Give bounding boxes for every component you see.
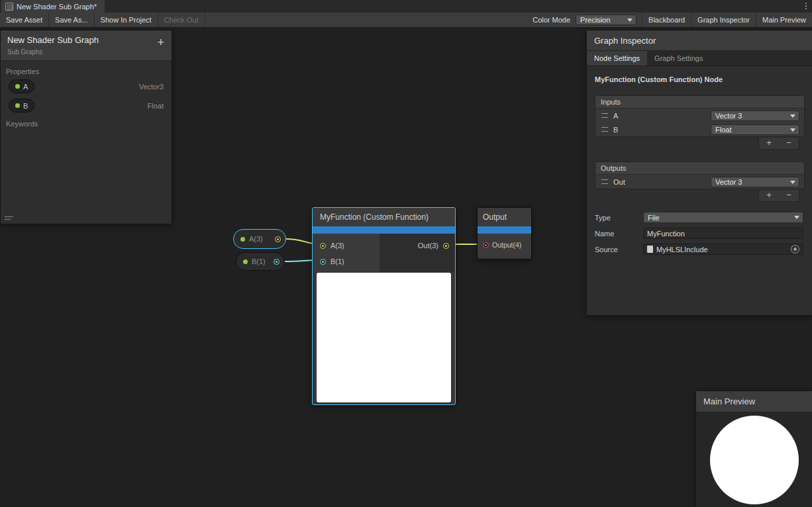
input-row-b[interactable]: B Float (595, 122, 804, 136)
node-input-label-b: B(1) (330, 257, 344, 265)
shader-graph-asset-icon (5, 3, 13, 11)
properties-section-label: Properties (1, 61, 172, 77)
property-a-output-port[interactable] (275, 236, 281, 242)
name-field-row: Name MyFunction (595, 227, 803, 240)
exposed-property-dot-icon (15, 84, 20, 89)
node-input-port-a[interactable] (320, 243, 326, 249)
color-mode-dropdown[interactable]: Precision (576, 15, 636, 25)
add-property-button[interactable]: + (157, 36, 164, 48)
function-name-input[interactable]: MyFunction (643, 228, 803, 239)
property-pill-b[interactable]: B (9, 99, 34, 113)
drag-handle-icon[interactable] (601, 113, 608, 118)
exposed-property-dot-icon (240, 237, 245, 242)
main-preview-header[interactable]: Main Preview (696, 391, 812, 412)
node-title-bar[interactable]: MyFunction (Custom Function) (313, 208, 455, 226)
shader-graph-window: New Shader Sub Graph* Save Asset Save As… (0, 0, 812, 507)
dropdown-value: Vector 3 (715, 112, 742, 120)
node-port-section: A(3) B(1) Out(3) (313, 234, 455, 272)
output-row-out[interactable]: Out Vector 3 (595, 175, 804, 189)
add-input-button[interactable]: + (759, 138, 779, 149)
property-b-output-port[interactable] (274, 259, 279, 265)
source-label: Source (595, 246, 643, 254)
node-output-port[interactable] (443, 243, 449, 249)
output-port-label: Output(4) (492, 241, 521, 249)
graph-inspector-header[interactable]: Graph Inspector (587, 30, 812, 51)
property-type: Float (148, 102, 164, 110)
save-asset-button[interactable]: Save Asset (0, 13, 49, 27)
name-label: Name (595, 230, 643, 238)
blackboard-header[interactable]: New Shader Sub Graph Sub Graphs + (1, 30, 172, 61)
property-name: A (23, 83, 28, 91)
blackboard-property-row[interactable]: A Vector3 (1, 77, 172, 96)
dropdown-value: Float (715, 126, 731, 134)
hlsl-file-icon (647, 246, 653, 253)
exposed-property-dot-icon (243, 259, 248, 264)
output-node-title: Output (483, 212, 507, 222)
node-title: MyFunction (Custom Function) (320, 212, 429, 222)
inputs-list-footer: + − (587, 137, 799, 150)
color-mode-label: Color Mode (527, 13, 576, 27)
graph-inspector-toggle-button[interactable]: Graph Inspector (691, 13, 756, 27)
tab-strip: New Shader Sub Graph* (0, 0, 812, 13)
main-preview-panel: Main Preview (695, 391, 812, 507)
tab-new-shader-sub-graph[interactable]: New Shader Sub Graph* (1, 0, 105, 13)
node-preview-surface[interactable] (317, 273, 451, 402)
source-field-row: Source MyHLSLInclude (595, 243, 803, 255)
blackboard-subtitle: Sub Graphs (7, 48, 165, 56)
resize-grip-icon[interactable] (5, 214, 13, 220)
graph-inspector-title: Graph Inspector (594, 36, 656, 46)
node-input-port-b[interactable] (320, 259, 326, 265)
remove-output-button[interactable]: − (779, 190, 799, 201)
check-out-button: Check Out (158, 13, 205, 27)
property-node-a[interactable]: A(3) (233, 229, 286, 249)
remove-input-button[interactable]: − (779, 138, 799, 149)
source-object-value: MyHLSLInclude (656, 246, 708, 254)
outputs-list-footer: + − (587, 189, 799, 202)
blackboard-panel: New Shader Sub Graph Sub Graphs + Proper… (0, 30, 172, 224)
output-type-dropdown[interactable]: Vector 3 (711, 177, 799, 187)
drag-handle-icon[interactable] (601, 127, 608, 132)
inspector-tab-bar: Node Settings Graph Settings (587, 51, 812, 66)
blackboard-property-row[interactable]: B Float (1, 96, 172, 115)
output-port-background (380, 234, 455, 272)
input-row-a[interactable]: A Vector 3 (595, 109, 804, 122)
type-label: Type (595, 214, 643, 222)
blackboard-toggle-button[interactable]: Blackboard (642, 13, 691, 27)
tab-node-settings[interactable]: Node Settings (587, 51, 647, 66)
toolbar: Save Asset Save As... Show In Project Ch… (0, 13, 812, 28)
custom-function-node[interactable]: MyFunction (Custom Function) A(3) B(1) O… (312, 207, 456, 405)
output-node-title-bar[interactable]: Output (478, 208, 531, 226)
main-preview-viewport[interactable] (696, 412, 812, 507)
output-row-name: Out (613, 178, 625, 186)
exposed-property-dot-icon (15, 103, 20, 108)
property-node-b[interactable]: B(1) (236, 252, 285, 271)
node-output-label: Out(3) (418, 242, 438, 250)
input-port-background (313, 234, 380, 272)
inputs-list: Inputs A Vector 3 B Float (595, 95, 805, 137)
output-node[interactable]: Output Output(4) (477, 207, 532, 259)
input-a-type-dropdown[interactable]: Vector 3 (711, 111, 799, 121)
kebab-menu-icon[interactable] (805, 3, 807, 9)
save-as-button[interactable]: Save As... (49, 13, 95, 27)
output-node-port-section: Output(4) (478, 234, 531, 257)
outputs-header-label: Outputs (601, 164, 627, 172)
inputs-header-label: Inputs (601, 98, 621, 106)
keywords-section-label: Keywords (1, 115, 172, 129)
input-row-name: B (613, 126, 618, 134)
graph-inspector-panel: Graph Inspector Node Settings Graph Sett… (586, 30, 812, 316)
type-dropdown[interactable]: File (643, 212, 803, 223)
input-row-name: A (613, 112, 618, 120)
show-in-project-button[interactable]: Show In Project (95, 13, 158, 27)
object-picker-icon[interactable] (791, 245, 799, 254)
source-object-field[interactable]: MyHLSLInclude (643, 244, 803, 255)
property-pill-a[interactable]: A (9, 79, 34, 93)
main-preview-toggle-button[interactable]: Main Preview (756, 13, 812, 27)
property-name: B (23, 102, 28, 110)
tab-graph-settings[interactable]: Graph Settings (647, 51, 710, 66)
drag-handle-icon[interactable] (601, 179, 608, 184)
add-output-button[interactable]: + (759, 190, 779, 201)
input-b-type-dropdown[interactable]: Float (711, 124, 799, 135)
output-port-row: Out(3) (418, 242, 449, 250)
output-node-input-port[interactable] (483, 242, 489, 248)
property-type: Vector3 (139, 83, 164, 91)
